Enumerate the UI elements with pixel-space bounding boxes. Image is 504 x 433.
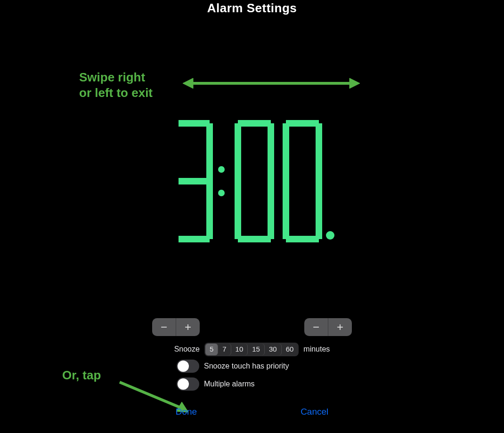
annotation-or-tap-text: Or, tap (62, 368, 101, 383)
snooze-option-30[interactable]: 30 (265, 344, 282, 355)
snooze-option-15[interactable]: 15 (248, 344, 265, 355)
svg-line-19 (120, 382, 183, 409)
hour-increment-button[interactable]: + (176, 318, 200, 336)
hour-decrement-button[interactable]: − (152, 318, 176, 336)
snooze-segmented-control: 5710153060 (204, 343, 299, 356)
annotation-swipe-text: Swipe right or left to exit (79, 70, 153, 100)
cancel-button[interactable]: Cancel (301, 407, 328, 417)
alarm-time-display[interactable] (0, 118, 504, 245)
time-digits (167, 118, 337, 245)
snooze-option-5[interactable]: 5 (205, 344, 218, 355)
minute-stepper: − + (304, 318, 352, 336)
snooze-unit-label: minutes (303, 345, 330, 353)
svg-point-8 (218, 166, 225, 173)
svg-marker-2 (350, 78, 360, 88)
snooze-option-60[interactable]: 60 (282, 344, 298, 355)
annotation-arrow-horizontal (183, 76, 360, 90)
svg-point-18 (326, 231, 334, 240)
snooze-option-10[interactable]: 10 (231, 344, 248, 355)
snooze-label: Snooze (174, 345, 200, 353)
snooze-option-7[interactable]: 7 (218, 344, 231, 355)
svg-marker-1 (183, 78, 193, 88)
svg-point-9 (218, 190, 225, 196)
multiple-alarms-label: Multiple alarms (204, 380, 255, 388)
snooze-priority-label: Snooze touch has priority (204, 362, 289, 370)
hour-stepper: − + (152, 318, 200, 336)
minute-decrement-button[interactable]: − (304, 318, 328, 336)
minute-increment-button[interactable]: + (328, 318, 352, 336)
done-button[interactable]: Done (176, 407, 197, 417)
snooze-priority-toggle[interactable] (177, 360, 199, 373)
page-title: Alarm Settings (0, 1, 504, 16)
